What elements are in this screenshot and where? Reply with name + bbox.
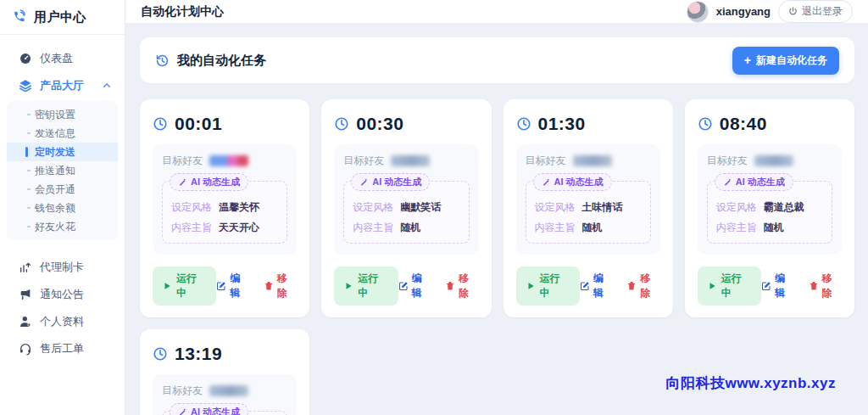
play-icon	[526, 282, 535, 290]
style-label: 设定风格	[716, 200, 757, 215]
ai-badge-label: AI 动态生成	[372, 176, 421, 188]
magic-wand-icon	[542, 177, 551, 187]
task-card-footer: 运行中 编辑	[153, 266, 297, 306]
play-icon	[344, 282, 353, 290]
task-time-row: 08:40	[698, 114, 842, 134]
task-info-box: 目标好友 AI 动态生成 设定风格 土味情话	[516, 144, 660, 255]
task-time: 01:30	[538, 114, 586, 134]
edit-pencil-icon	[761, 281, 771, 291]
target-friend-redacted-value	[573, 155, 612, 166]
task-info-box: 目标好友 AI 动态生成 设定风格 温馨关怀	[153, 144, 297, 255]
task-time-row: 13:19	[153, 344, 297, 364]
edit-pencil-icon	[580, 281, 590, 291]
status-label: 运行中	[176, 272, 206, 300]
task-time: 13:19	[175, 344, 222, 364]
play-icon	[708, 282, 716, 290]
new-task-label: 新建自动化任务	[756, 53, 827, 68]
edit-button[interactable]: 编辑	[398, 272, 431, 300]
brand-title: 用户中心	[34, 9, 86, 25]
bullet-dot	[27, 207, 31, 209]
sidebar-subitem[interactable]: 发送信息	[7, 124, 118, 143]
task-card-footer: 运行中 编辑	[698, 266, 842, 306]
sidebar-subitem-label: 推送通知	[35, 164, 75, 178]
status-running-badge[interactable]: 运行中	[698, 266, 761, 306]
style-row: 设定风格 霸道总裁	[716, 200, 823, 215]
task-time: 08:40	[720, 114, 767, 134]
sidebar-subitem[interactable]: 会员开通	[7, 180, 118, 199]
status-label: 运行中	[540, 272, 570, 300]
trash-icon	[626, 281, 637, 291]
target-friend-label: 目标好友	[707, 154, 748, 168]
style-row: 设定风格 温馨关怀	[171, 200, 278, 215]
topic-value: 随机	[400, 221, 420, 235]
sidebar-item[interactable]: 通知公告	[0, 281, 125, 308]
sidebar-item[interactable]: 代理制卡	[0, 254, 125, 281]
sidebar-nav: 仪表盘 产品大厅 密钥设置发送信息定时发送推送通知会员开通钱包余额好友火花 代理…	[0, 35, 125, 362]
sidebar-item-label: 代理制卡	[40, 260, 84, 275]
sidebar-subitem-label: 会员开通	[35, 182, 75, 197]
sidebar-item-label: 售后工单	[40, 341, 84, 356]
history-icon	[155, 53, 170, 68]
sidebar-item[interactable]: 售后工单	[0, 335, 125, 362]
status-running-badge[interactable]: 运行中	[516, 266, 580, 306]
style-row: 设定风格 幽默笑话	[353, 200, 459, 215]
sidebar: 用户中心 仪表盘 产品大厅	[0, 0, 125, 415]
edit-label: 编辑	[230, 272, 249, 300]
ai-badge: AI 动态生成	[170, 173, 248, 191]
topic-row: 内容主旨 天天开心	[171, 221, 278, 235]
username: xiangyang	[716, 5, 771, 18]
topic-value: 天天开心	[219, 221, 259, 235]
tasks-grid: 00:01 目标好友 AI 动态生成 设定风格	[140, 99, 854, 415]
remove-label: 移除	[822, 272, 842, 300]
style-label: 设定风格	[171, 200, 212, 215]
sidebar-subitem[interactable]: 定时发送	[7, 143, 118, 161]
edit-label: 编辑	[412, 272, 431, 300]
edit-label: 编辑	[593, 272, 613, 300]
topic-label: 内容主旨	[535, 221, 576, 235]
sidebar-item[interactable]: 个人资料	[0, 308, 125, 335]
phone-signal-logo-icon	[12, 9, 27, 25]
remove-button[interactable]: 移除	[809, 272, 842, 300]
remove-button[interactable]: 移除	[445, 272, 478, 300]
task-info-box: 目标好友 AI 动态生成 设定风格 霸道总裁	[153, 374, 297, 415]
sidebar-item-label: 仪表盘	[40, 51, 73, 66]
sidebar-subitem[interactable]: 密钥设置	[7, 105, 118, 124]
remove-button[interactable]: 移除	[264, 272, 297, 300]
ai-badge-label: AI 动态生成	[191, 406, 240, 415]
chevron-up-icon	[103, 81, 111, 90]
task-time-row: 01:30	[516, 114, 660, 134]
task-time-row: 00:01	[153, 114, 297, 134]
tasks-panel-header: 我的自动化任务 + 新建自动化任务	[140, 37, 854, 83]
topic-label: 内容主旨	[716, 221, 757, 235]
sidebar-item-products[interactable]: 产品大厅	[0, 72, 125, 99]
edit-button[interactable]: 编辑	[216, 272, 249, 300]
target-friend-row: 目标好友	[526, 154, 651, 168]
topic-label: 内容主旨	[353, 221, 393, 235]
status-running-badge[interactable]: 运行中	[153, 266, 216, 306]
status-label: 运行中	[721, 272, 751, 300]
remove-button[interactable]: 移除	[626, 272, 659, 300]
style-label: 设定风格	[353, 200, 393, 215]
sidebar-item-dashboard[interactable]: 仪表盘	[0, 45, 125, 72]
edit-button[interactable]: 编辑	[580, 272, 613, 300]
clock-icon	[516, 116, 531, 132]
edit-button[interactable]: 编辑	[761, 272, 794, 300]
logout-button[interactable]: 退出登录	[778, 0, 853, 23]
user-avatar[interactable]	[687, 1, 709, 23]
style-value: 土味情话	[582, 200, 623, 215]
sidebar-subitem[interactable]: 推送通知	[7, 161, 118, 180]
bullet-dot	[27, 132, 31, 134]
trash-icon	[445, 281, 455, 291]
task-info-box: 目标好友 AI 动态生成 设定风格 霸道总裁	[698, 144, 842, 255]
sidebar-subitem[interactable]: 钱包余额	[7, 199, 118, 217]
id-card-chart-icon	[19, 261, 32, 274]
style-value: 幽默笑话	[400, 200, 441, 215]
style-label: 设定风格	[535, 200, 576, 215]
new-task-button[interactable]: + 新建自动化任务	[732, 47, 839, 75]
content: 我的自动化任务 + 新建自动化任务 00:01 目标好友	[125, 24, 868, 415]
sidebar-subitem[interactable]: 好友火花	[7, 217, 118, 236]
status-running-badge[interactable]: 运行中	[334, 266, 398, 306]
ai-generation-box: AI 动态生成 设定风格 温馨关怀 内容主旨 天天开心	[162, 181, 287, 244]
sidebar-item-label: 通知公告	[40, 287, 84, 302]
sidebar-subitem-label: 定时发送	[35, 145, 75, 160]
